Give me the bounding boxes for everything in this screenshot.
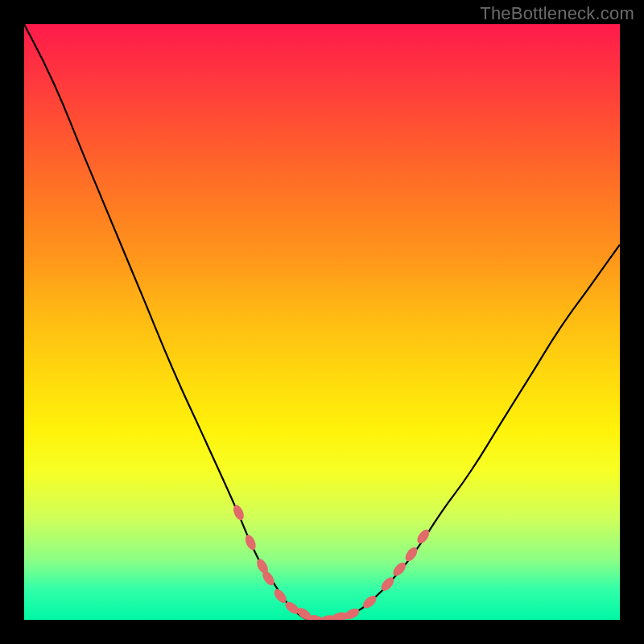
marker-dot bbox=[260, 569, 276, 588]
marker-dot bbox=[331, 611, 349, 620]
plot-area bbox=[24, 24, 620, 620]
chart-frame: TheBottleneck.com bbox=[0, 0, 644, 644]
bottleneck-curve bbox=[24, 24, 620, 620]
marker-dot bbox=[283, 600, 302, 617]
watermark-text: TheBottleneck.com bbox=[480, 3, 634, 24]
marker-dot bbox=[343, 606, 361, 620]
marker-dot bbox=[415, 527, 431, 546]
curve-svg bbox=[24, 24, 620, 620]
marker-dot bbox=[308, 613, 325, 620]
marker-dot bbox=[390, 560, 408, 578]
marker-dot bbox=[272, 587, 289, 605]
marker-dot bbox=[295, 605, 314, 620]
marker-dot bbox=[379, 575, 397, 592]
marker-dot bbox=[320, 614, 337, 620]
highlight-markers bbox=[231, 503, 431, 620]
marker-dot bbox=[231, 503, 246, 522]
marker-dot bbox=[254, 557, 270, 576]
curve-line bbox=[24, 24, 620, 620]
marker-dot bbox=[243, 533, 258, 551]
marker-dot bbox=[403, 545, 420, 564]
marker-dot bbox=[361, 593, 378, 610]
